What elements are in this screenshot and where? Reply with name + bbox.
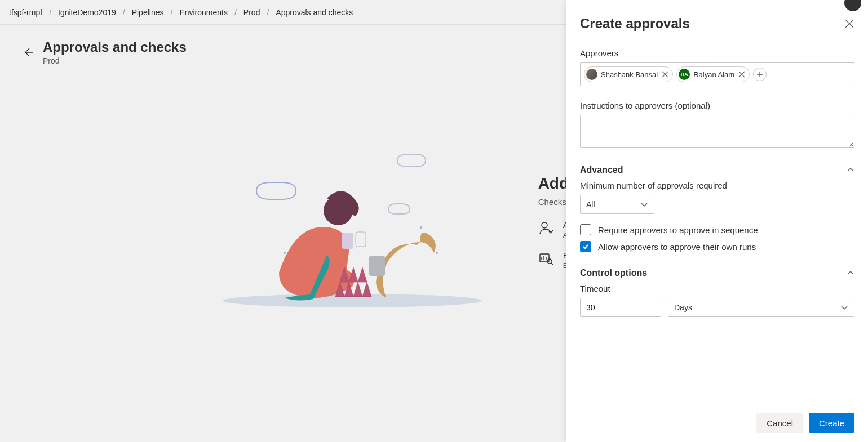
chevron-down-icon	[640, 200, 648, 208]
plus-icon	[756, 71, 763, 78]
checkbox-label: Require approvers to approve in sequence	[598, 225, 758, 235]
instructions-textarea[interactable]	[580, 115, 854, 148]
close-icon[interactable]	[844, 19, 854, 29]
min-approvals-select[interactable]: All	[580, 195, 654, 214]
approver-chip: RA Raiyan Alam	[676, 66, 750, 82]
add-approver-button[interactable]	[753, 68, 767, 81]
timeout-value-input[interactable]	[580, 298, 661, 317]
chevron-up-icon	[847, 269, 854, 277]
timeout-unit-select[interactable]: Days	[668, 298, 854, 317]
section-title: Advanced	[580, 165, 623, 175]
approver-name: Raiyan Alam	[693, 70, 734, 79]
avatar: RA	[679, 69, 690, 80]
timeout-label: Timeout	[580, 284, 854, 293]
approver-name: Shashank Bansal	[601, 70, 658, 79]
select-value: All	[586, 200, 595, 209]
instructions-label: Instructions to approvers (optional)	[580, 101, 854, 110]
sequence-checkbox[interactable]	[580, 224, 591, 235]
approver-chip: Shashank Bansal	[584, 66, 673, 82]
remove-icon[interactable]	[738, 70, 746, 78]
select-value: Days	[674, 303, 692, 312]
create-approvals-panel: Create approvals Approvers Shashank Bans…	[566, 0, 868, 442]
chevron-up-icon	[847, 166, 854, 174]
control-options-section-toggle[interactable]: Control options	[580, 268, 854, 278]
cancel-button[interactable]: Cancel	[756, 413, 803, 433]
approvers-label: Approvers	[580, 48, 854, 58]
checkbox-label: Allow approvers to approve their own run…	[598, 242, 756, 252]
own-runs-checkbox[interactable]	[580, 241, 591, 252]
approvers-input[interactable]: Shashank Bansal RA Raiyan Alam	[580, 62, 854, 86]
section-title: Control options	[580, 268, 647, 278]
advanced-section-toggle[interactable]: Advanced	[580, 165, 854, 175]
min-approvals-label: Minimum number of approvals required	[580, 181, 854, 190]
panel-title: Create approvals	[580, 16, 690, 32]
chevron-down-icon	[840, 303, 848, 311]
create-button[interactable]: Create	[809, 413, 854, 433]
remove-icon[interactable]	[661, 70, 669, 78]
avatar	[586, 69, 597, 80]
